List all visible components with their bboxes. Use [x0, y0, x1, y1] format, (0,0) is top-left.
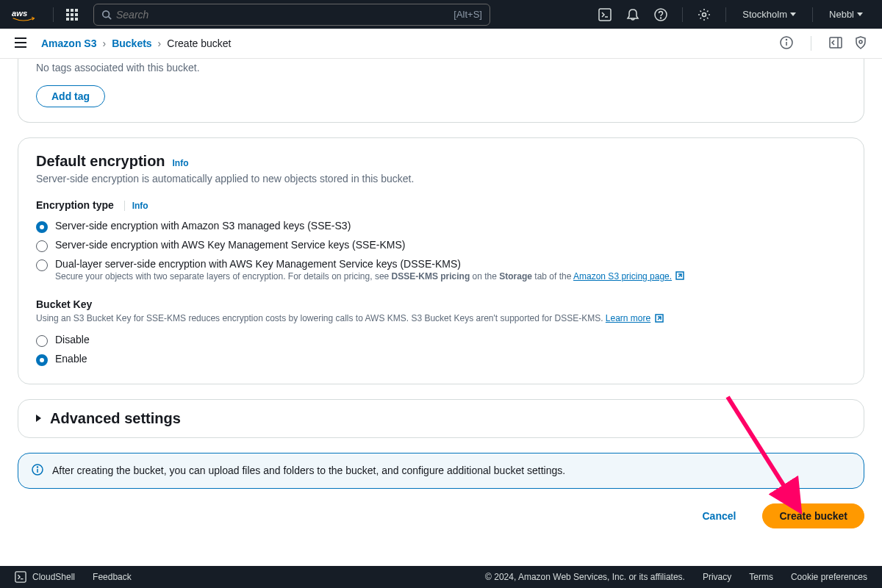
caret-right-icon	[36, 415, 41, 422]
encryption-type-group: Server-side encryption with Amazon S3 ma…	[36, 217, 846, 285]
section-title: Default encryption	[36, 153, 165, 170]
svg-rect-8	[71, 18, 74, 21]
chevron-right-icon: ›	[158, 37, 162, 49]
create-bucket-button[interactable]: Create bucket	[762, 503, 864, 528]
cloudshell-icon[interactable]	[592, 2, 617, 27]
cancel-button[interactable]: Cancel	[687, 504, 750, 528]
svg-point-31	[37, 467, 38, 467]
side-nav-toggle-icon[interactable]	[15, 37, 26, 50]
svg-rect-2	[71, 9, 74, 12]
radio-bucket-key-disable[interactable]: Disable	[36, 331, 846, 350]
services-grid-icon[interactable]	[60, 2, 85, 27]
info-link[interactable]: Info	[124, 201, 148, 211]
search-icon	[101, 10, 112, 20]
radio-label: Server-side encryption with AWS Key Mana…	[55, 239, 405, 251]
global-search[interactable]: [Alt+S]	[93, 4, 490, 26]
svg-rect-5	[71, 13, 74, 16]
svg-line-11	[109, 16, 112, 19]
info-banner-text: After creating the bucket, you can uploa…	[52, 465, 565, 476]
external-link-icon	[655, 314, 664, 325]
bucket-key-label: Bucket Key	[36, 298, 846, 310]
radio-input[interactable]	[36, 240, 48, 252]
radio-sse-kms[interactable]: Server-side encryption with AWS Key Mana…	[36, 236, 846, 255]
tags-empty-message: No tags associated with this bucket.	[36, 62, 846, 74]
svg-point-15	[661, 18, 662, 18]
breadcrumb-service[interactable]: Amazon S3	[41, 37, 96, 49]
section-description: Server-side encryption is automatically …	[36, 173, 846, 184]
svg-point-21	[786, 39, 787, 40]
global-nav: aws [Alt+S] Stockholm Nebbl	[0, 0, 882, 29]
radio-input[interactable]	[36, 259, 48, 271]
bucket-key-help: Using an S3 Bucket Key for SSE-KMS reduc…	[36, 313, 846, 324]
tags-section: No tags associated with this bucket. Add…	[18, 59, 864, 123]
search-shortcut: [Alt+S]	[453, 9, 482, 20]
chevron-down-icon	[790, 12, 796, 17]
radio-description: Secure your objects with two separate la…	[55, 271, 684, 282]
radio-label: Server-side encryption with Amazon S3 ma…	[55, 220, 351, 232]
info-icon	[32, 464, 43, 478]
info-link[interactable]: Info	[172, 158, 188, 168]
svg-rect-3	[75, 9, 78, 12]
region-selector[interactable]: Stockholm	[735, 9, 803, 20]
svg-rect-9	[75, 18, 78, 21]
advanced-settings-title: Advanced settings	[50, 410, 181, 427]
svg-text:aws: aws	[12, 8, 27, 17]
svg-rect-6	[75, 13, 78, 16]
panel-icon[interactable]	[829, 36, 842, 51]
radio-label: Dual-layer server-side encryption with A…	[55, 258, 684, 270]
account-label: Nebbl	[829, 9, 854, 20]
advanced-settings-toggle[interactable]: Advanced settings	[18, 399, 864, 438]
pricing-link[interactable]: Amazon S3 pricing page.	[573, 271, 672, 282]
info-banner: After creating the bucket, you can uploa…	[18, 453, 864, 489]
region-label: Stockholm	[742, 9, 787, 20]
bucket-key-group: Disable Enable	[36, 331, 846, 369]
divider	[725, 7, 726, 22]
radio-bucket-key-enable[interactable]: Enable	[36, 350, 846, 369]
settings-icon[interactable]	[692, 2, 717, 27]
radio-label: Enable	[55, 353, 87, 365]
form-actions: Cancel Create bucket	[18, 503, 864, 528]
divider	[53, 7, 54, 22]
radio-input[interactable]	[36, 335, 48, 347]
add-tag-button[interactable]: Add tag	[36, 85, 105, 107]
page-content: No tags associated with this bucket. Add…	[0, 59, 882, 558]
breadcrumb: Amazon S3 › Buckets › Create bucket	[41, 37, 231, 49]
radio-input[interactable]	[36, 354, 48, 366]
radio-sse-s3[interactable]: Server-side encryption with Amazon S3 ma…	[36, 217, 846, 236]
divider	[682, 7, 683, 22]
aws-logo[interactable]: aws	[12, 7, 35, 22]
breadcrumb-bar: Amazon S3 › Buckets › Create bucket	[0, 29, 882, 59]
divider	[812, 7, 813, 22]
svg-point-10	[103, 10, 110, 17]
svg-rect-4	[66, 13, 69, 16]
search-input[interactable]	[116, 9, 453, 21]
learn-more-link[interactable]: Learn more	[606, 313, 650, 323]
svg-point-16	[703, 12, 706, 16]
shield-icon[interactable]	[854, 36, 867, 51]
chevron-down-icon	[857, 12, 863, 17]
account-menu[interactable]: Nebbl	[822, 9, 870, 20]
field-label-text: Encryption type	[36, 199, 114, 211]
breadcrumb-current: Create bucket	[167, 37, 231, 49]
breadcrumb-buckets[interactable]: Buckets	[112, 37, 151, 49]
radio-label: Disable	[55, 334, 90, 345]
external-link-icon	[675, 271, 684, 282]
help-icon[interactable]	[648, 2, 673, 27]
svg-rect-7	[66, 18, 69, 21]
svg-point-25	[859, 40, 862, 43]
notifications-icon[interactable]	[620, 2, 645, 27]
radio-input[interactable]	[36, 221, 48, 233]
radio-dsse-kms[interactable]: Dual-layer server-side encryption with A…	[36, 255, 846, 285]
chevron-right-icon: ›	[102, 37, 106, 49]
svg-rect-1	[66, 9, 69, 12]
divider	[811, 36, 811, 51]
encryption-type-label: Encryption type Info	[36, 199, 846, 211]
default-encryption-section: Default encryption Info Server-side encr…	[18, 137, 864, 384]
info-icon[interactable]	[780, 36, 793, 51]
